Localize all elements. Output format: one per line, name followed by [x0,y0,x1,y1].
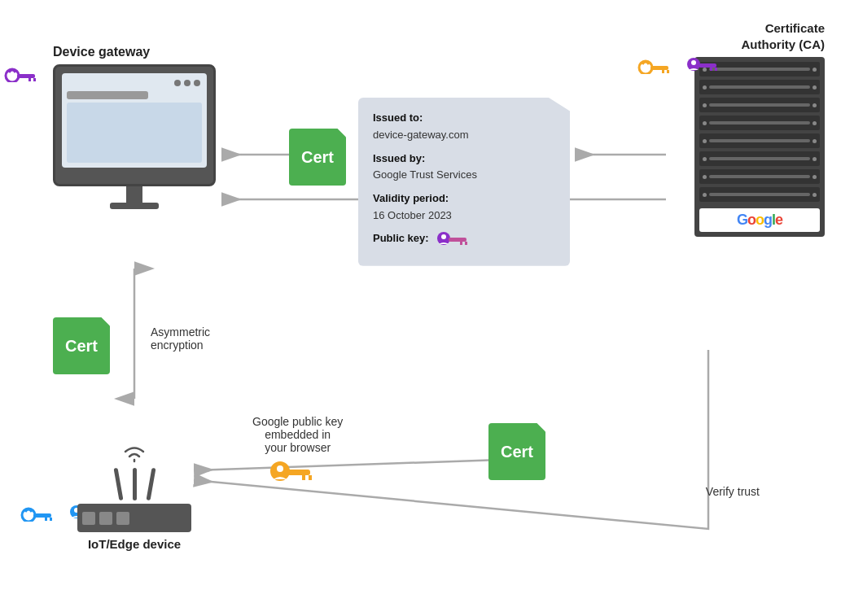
antenna-center [133,468,137,500]
monitor-stand [126,186,142,203]
validity-value: 16 October 2023 [373,209,452,221]
blue-lock-key-iot [20,504,65,522]
router-body [77,504,191,532]
server-unit-7 [699,169,820,184]
public-key-label: Public key: [373,232,429,246]
server-light-2 [813,68,817,72]
iot-container: IoT/Edge device [77,468,191,551]
server-light-9 [703,139,707,143]
verify-trust-label: Verify trust [706,485,760,498]
cert-badge-bottom: Cert [488,423,545,480]
svg-rect-24 [650,66,668,70]
svg-rect-34 [45,518,47,521]
router-port-2 [99,512,112,525]
cert-badge-top-inner: Cert [289,129,346,186]
svg-rect-35 [50,518,52,521]
iot-label: IoT/Edge device [77,537,191,551]
server-bar-5 [709,139,810,142]
monitor-dot-1 [174,80,181,86]
cert-badge-left: Cert [53,317,110,374]
svg-rect-10 [17,74,35,78]
svg-rect-21 [460,242,462,245]
server-light-13 [703,175,707,179]
cert-badge-left-inner: Cert [53,317,110,374]
monitor-bar [67,91,148,99]
public-key-row: Public key: [373,230,555,248]
server-unit-2 [699,80,820,94]
svg-rect-11 [28,78,31,81]
server-unit-8 [699,187,820,202]
ca-label: Certificate Authority (CA) [694,20,825,52]
ca-container: Certificate Authority (CA) [694,20,825,237]
monitor-screen [62,73,207,168]
server-unit-5 [699,133,820,148]
server-unit-3 [699,98,820,112]
antenna-left [113,468,123,500]
server-bar-4 [709,121,810,125]
wifi-waves [122,437,147,469]
purple-lock-key-monitor [4,64,49,82]
purple-person-key-ca [686,56,730,74]
issued-to-label: Issued to: [373,111,423,124]
svg-rect-26 [667,70,669,73]
server-rack: Google [694,57,825,237]
validity-row: Validity period: 16 October 2023 [373,190,555,224]
server-light-14 [813,175,817,179]
server-light-4 [813,85,817,90]
server-light-16 [813,193,817,197]
svg-rect-22 [465,242,467,245]
router-port-1 [82,512,95,525]
svg-rect-12 [33,78,36,81]
svg-rect-20 [449,238,466,242]
device-gateway-container: Device gateway [53,45,216,209]
ca-keys-group [637,53,730,77]
svg-rect-25 [662,70,664,73]
server-light-5 [703,103,707,107]
issued-by-row: Issued by: Google Trust Services [373,150,555,184]
cert-badge-bottom-inner: Cert [488,423,545,480]
cert-panel: Issued to: device-gateway.com Issued by:… [358,98,570,266]
antenna-right [146,468,155,500]
svg-line-8 [194,460,501,470]
diagram: Device gateway [0,0,841,616]
svg-rect-43 [287,470,310,475]
server-bar-8 [709,193,810,196]
svg-point-28 [691,60,696,65]
monitor-dot-3 [194,80,200,86]
svg-rect-33 [33,513,51,518]
monitor-dot-2 [184,80,191,86]
svg-rect-44 [302,475,305,480]
device-gateway-label: Device gateway [53,45,216,59]
svg-point-19 [441,234,446,239]
monitor [53,64,216,186]
validity-label: Validity period: [373,192,449,204]
server-bar-2 [709,85,810,89]
issued-to-row: Issued to: device-gateway.com [373,109,555,143]
monitor-content [67,103,202,163]
orange-person-key-browser [252,461,343,483]
router-container [77,468,191,532]
google-logo: Google [699,208,820,232]
wifi-icon [122,437,147,465]
google-public-key-label: Google public key embedded in your brows… [252,415,343,483]
svg-rect-30 [710,68,712,71]
server-light-7 [703,121,707,125]
server-light-10 [813,139,817,143]
server-light-11 [703,157,707,161]
server-unit-6 [699,151,820,166]
issued-by-label: Issued by: [373,152,425,164]
asymmetric-encryption-label: Asymmetric encryption [151,325,210,352]
server-unit-4 [699,116,820,130]
server-light-15 [703,193,707,197]
monitor-base [110,203,159,209]
issued-to-value: device-gateway.com [373,129,469,141]
server-light-6 [813,103,817,107]
orange-lock-key-ca [637,56,682,74]
svg-point-42 [277,465,283,472]
svg-rect-29 [699,63,716,68]
svg-rect-31 [715,68,717,71]
cert-badge-top: Cert [289,129,346,186]
server-bar-3 [709,103,810,107]
server-bar-7 [709,175,810,178]
svg-rect-45 [309,475,312,480]
